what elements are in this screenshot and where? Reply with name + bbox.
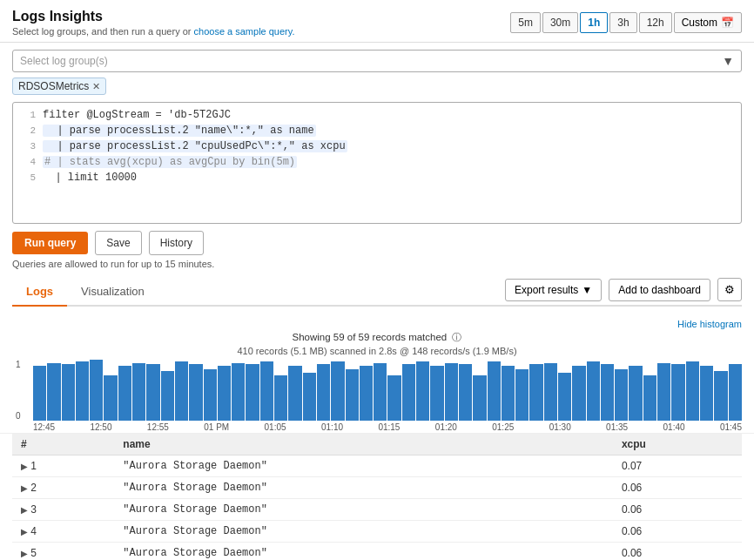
log-group-placeholder: Select log group(s): [20, 55, 722, 67]
expand-icon[interactable]: ▶: [21, 483, 28, 493]
main-content: Select log group(s) ▼ RDSOSMetrics ✕ 1 f…: [0, 43, 754, 314]
chart-bar: [587, 361, 600, 421]
query-line-5: 5 | limit 10000: [18, 171, 736, 185]
row-num: 5: [30, 547, 37, 559]
row-expand-cell: ▶ 3: [12, 499, 114, 521]
chart-bar: [488, 361, 501, 421]
chart-bar: [90, 360, 103, 421]
results-table: # name xcpu ▶ 1"Aurora Storage Daemon"0.…: [12, 434, 742, 560]
row-num: 3: [30, 503, 37, 516]
tag-rdsos: RDSOSMetrics ✕: [12, 78, 106, 95]
log-group-selector[interactable]: Select log group(s) ▼: [12, 50, 742, 72]
x-axis-label: 01:45: [720, 422, 742, 432]
calendar-icon: 📅: [721, 17, 734, 29]
chart-bar: [416, 361, 429, 421]
y-axis-top-label: 1: [16, 360, 21, 369]
x-axis-label: 12:55: [147, 422, 169, 432]
row-num: 4: [30, 525, 37, 537]
expand-icon[interactable]: ▶: [21, 462, 28, 471]
expand-icon[interactable]: ▶: [21, 505, 28, 515]
chart-bar: [629, 366, 642, 421]
chart-bar: [47, 363, 60, 421]
action-bar: Run query Save History: [12, 231, 742, 255]
export-results-button[interactable]: Export results ▼: [505, 279, 602, 301]
query-line-4: 4 # | stats avg(xcpu) as avgCpu by bin(5…: [18, 155, 736, 169]
time-btn-12h[interactable]: 12h: [639, 12, 672, 33]
table-row: ▶ 3"Aurora Storage Daemon"0.06: [12, 499, 742, 521]
time-btn-30m[interactable]: 30m: [542, 12, 578, 33]
row-name: "Aurora Storage Daemon": [114, 477, 613, 499]
row-xcpu: 0.06: [613, 543, 742, 561]
row-xcpu: 0.06: [613, 521, 742, 543]
chart-bar: [246, 364, 259, 421]
subtitle: Select log groups, and then run a query …: [12, 26, 295, 37]
query-editor[interactable]: 1 filter @LogStream = 'db-5T2GJC 2 | par…: [12, 102, 742, 224]
settings-gear-button[interactable]: ⚙: [717, 278, 742, 301]
add-to-dashboard-button[interactable]: Add to dashboard: [609, 279, 710, 301]
table-row: ▶ 1"Aurora Storage Daemon"0.07: [12, 455, 742, 477]
expand-icon[interactable]: ▶: [21, 549, 28, 558]
info-icon: ⓘ: [452, 332, 461, 342]
x-axis-label: 01:25: [492, 422, 514, 432]
chart-bar: [402, 364, 415, 421]
chart-bar: [33, 366, 46, 421]
chart-bar: [502, 366, 515, 421]
chart-bar: [374, 363, 387, 421]
table-row: ▶ 4"Aurora Storage Daemon"0.06: [12, 521, 742, 543]
time-btn-custom[interactable]: Custom 📅: [674, 12, 742, 33]
expand-icon[interactable]: ▶: [21, 527, 28, 536]
chart-bar: [104, 375, 117, 421]
chart-bar: [303, 373, 316, 421]
chart-bar: [146, 364, 159, 421]
tab-actions: Export results ▼ Add to dashboard ⚙: [505, 278, 742, 305]
chart-container: 1 0 12:4512:5012:5501 PM01:0501:1001:150…: [33, 360, 742, 429]
sample-query-link[interactable]: choose a sample query.: [194, 26, 295, 37]
chart-bar: [189, 364, 202, 421]
row-expand-cell: ▶ 5: [12, 543, 114, 561]
chart-bar: [175, 361, 188, 421]
x-axis-label: 01 PM: [204, 422, 229, 432]
tag-close-icon[interactable]: ✕: [92, 81, 100, 92]
run-query-button[interactable]: Run query: [12, 232, 88, 254]
page-title: Logs Insights: [12, 9, 295, 24]
chart-bar: [601, 364, 614, 421]
tab-logs[interactable]: Logs: [12, 280, 67, 307]
query-line-3: 3 | parse processList.2 "cpuUsedPc\":*,"…: [18, 139, 736, 153]
chart-bar: [274, 375, 287, 421]
save-button[interactable]: Save: [95, 231, 141, 255]
table-header-row: # name xcpu: [12, 434, 742, 455]
chart-bar: [700, 366, 713, 421]
time-selector: 5m 30m 1h 3h 12h Custom 📅: [510, 12, 742, 33]
chart-bar: [671, 364, 684, 421]
col-header-hash: #: [12, 434, 114, 455]
row-name: "Aurora Storage Daemon": [114, 499, 613, 521]
x-axis-label: 01:10: [321, 422, 343, 432]
x-axis-label: 01:40: [663, 422, 685, 432]
time-btn-3h[interactable]: 3h: [609, 12, 636, 33]
chart-bar: [459, 364, 472, 421]
query-line-1: 1 filter @LogStream = 'db-5T2GJC: [18, 108, 736, 122]
time-btn-5m[interactable]: 5m: [510, 12, 541, 33]
chart-bar: [643, 375, 656, 421]
results-section: # name xcpu ▶ 1"Aurora Storage Daemon"0.…: [0, 434, 754, 560]
x-axis-label: 01:20: [435, 422, 457, 432]
gear-icon: ⚙: [724, 283, 735, 296]
row-xcpu: 0.06: [613, 499, 742, 521]
chart-bar: [331, 361, 344, 421]
table-row: ▶ 5"Aurora Storage Daemon"0.06: [12, 543, 742, 561]
chart-bar: [572, 366, 585, 421]
chart-bar: [558, 373, 571, 421]
row-xcpu: 0.07: [613, 455, 742, 477]
chart-bar: [615, 369, 628, 421]
y-axis-bottom-label: 0: [16, 411, 21, 421]
row-name: "Aurora Storage Daemon": [114, 455, 613, 477]
row-num: 2: [30, 482, 37, 494]
row-expand-cell: ▶ 4: [12, 521, 114, 543]
chart-bar: [430, 366, 443, 421]
time-btn-1h[interactable]: 1h: [580, 12, 608, 33]
hide-histogram-link[interactable]: Hide histogram: [12, 319, 742, 329]
history-button[interactable]: History: [149, 231, 204, 255]
chart-bar: [387, 375, 401, 421]
tab-visualization[interactable]: Visualization: [67, 280, 158, 307]
top-left: Logs Insights Select log groups, and the…: [12, 9, 295, 37]
